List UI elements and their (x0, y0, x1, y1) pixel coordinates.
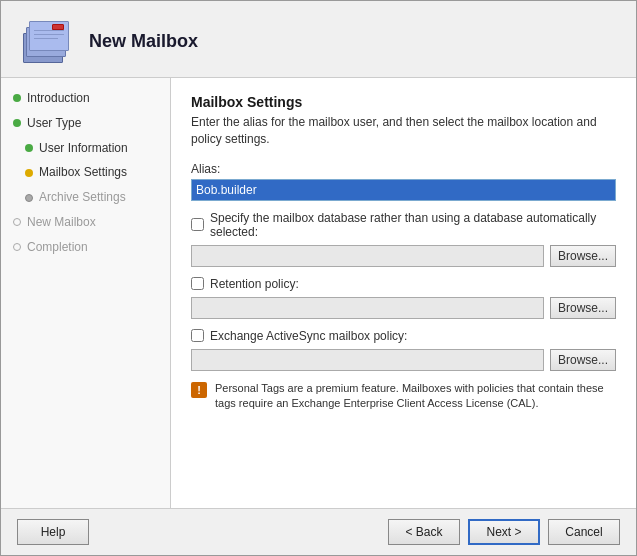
wizard-footer: Help < Back Next > Cancel (1, 508, 636, 555)
dot-user-type (13, 119, 21, 127)
activesync-checkbox[interactable] (191, 329, 204, 342)
footer-left: Help (17, 519, 89, 545)
back-button[interactable]: < Back (388, 519, 460, 545)
specify-db-input[interactable] (191, 245, 544, 267)
wizard-header: New Mailbox (1, 1, 636, 78)
sidebar-label-user-information: User Information (39, 140, 128, 157)
browse-activesync-button[interactable]: Browse... (550, 349, 616, 371)
sidebar-item-new-mailbox[interactable]: New Mailbox (1, 210, 170, 235)
next-button[interactable]: Next > (468, 519, 540, 545)
alias-input[interactable] (191, 179, 616, 201)
sidebar-item-mailbox-settings[interactable]: Mailbox Settings (1, 160, 170, 185)
retention-input[interactable] (191, 297, 544, 319)
sidebar-item-user-type[interactable]: User Type (1, 111, 170, 136)
specify-db-label: Specify the mailbox database rather than… (210, 211, 616, 239)
info-text: Personal Tags are a premium feature. Mai… (215, 381, 616, 412)
footer-right: < Back Next > Cancel (388, 519, 620, 545)
dot-new-mailbox (13, 218, 21, 226)
info-box: ! Personal Tags are a premium feature. M… (191, 381, 616, 412)
alias-label: Alias: (191, 162, 616, 176)
specify-db-field-row: Browse... (191, 245, 616, 267)
specify-db-row: Specify the mailbox database rather than… (191, 211, 616, 239)
section-title: Mailbox Settings (191, 94, 616, 110)
header-icon (21, 17, 73, 65)
sidebar-label-archive-settings: Archive Settings (39, 189, 126, 206)
main-area: Introduction User Type User Information … (1, 78, 636, 508)
dot-completion (13, 243, 21, 251)
help-button[interactable]: Help (17, 519, 89, 545)
content-area: Mailbox Settings Enter the alias for the… (171, 78, 636, 508)
specify-db-checkbox[interactable] (191, 218, 204, 231)
svg-text:!: ! (197, 384, 201, 396)
sidebar-item-archive-settings[interactable]: Archive Settings (1, 185, 170, 210)
section-description: Enter the alias for the mailbox user, an… (191, 114, 616, 148)
activesync-input[interactable] (191, 349, 544, 371)
sidebar: Introduction User Type User Information … (1, 78, 171, 508)
sidebar-label-mailbox-settings: Mailbox Settings (39, 164, 127, 181)
activesync-label: Exchange ActiveSync mailbox policy: (210, 329, 407, 343)
browse-db-button[interactable]: Browse... (550, 245, 616, 267)
retention-field-row: Browse... (191, 297, 616, 319)
cancel-button[interactable]: Cancel (548, 519, 620, 545)
info-icon: ! (191, 382, 207, 398)
wizard-window: New Mailbox Introduction User Type User … (0, 0, 637, 556)
retention-checkbox[interactable] (191, 277, 204, 290)
dot-user-information (25, 144, 33, 152)
sidebar-label-user-type: User Type (27, 115, 81, 132)
dot-introduction (13, 94, 21, 102)
browse-retention-button[interactable]: Browse... (550, 297, 616, 319)
sidebar-label-introduction: Introduction (27, 90, 90, 107)
sidebar-label-completion: Completion (27, 239, 88, 256)
sidebar-item-user-information[interactable]: User Information (1, 136, 170, 161)
dot-archive-settings (25, 194, 33, 202)
activesync-field-row: Browse... (191, 349, 616, 371)
activesync-row: Exchange ActiveSync mailbox policy: (191, 329, 616, 343)
retention-row: Retention policy: (191, 277, 616, 291)
sidebar-item-introduction[interactable]: Introduction (1, 86, 170, 111)
page-title: New Mailbox (89, 31, 198, 52)
sidebar-item-completion[interactable]: Completion (1, 235, 170, 260)
retention-label: Retention policy: (210, 277, 299, 291)
dot-mailbox-settings (25, 169, 33, 177)
sidebar-label-new-mailbox: New Mailbox (27, 214, 96, 231)
